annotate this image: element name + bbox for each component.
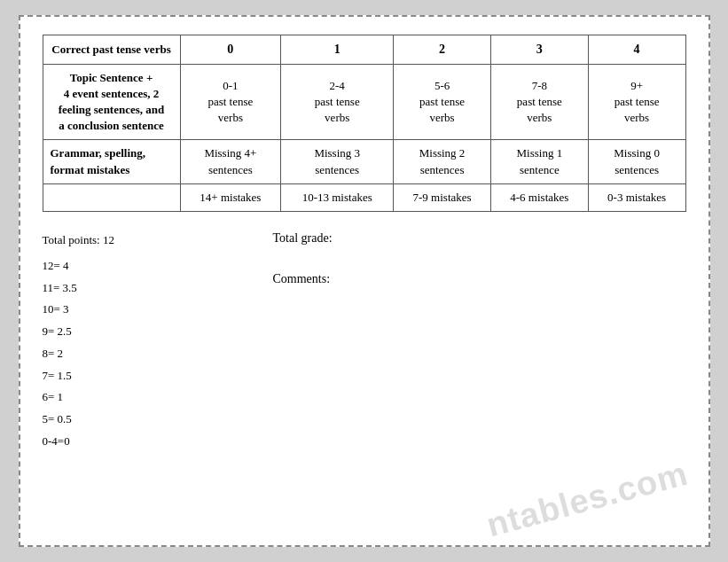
cell-2-1: 10-13 mistakes — [281, 183, 394, 211]
cell-0-0: 0-1 past tense verbs — [180, 64, 281, 140]
col-header-4: 4 — [588, 35, 685, 65]
grade-8: 8= 2 — [43, 345, 202, 363]
total-grade-label: Total grade: — [273, 231, 686, 246]
cell-0-2: 5-6 past tense verbs — [394, 64, 491, 140]
row-header-0: Topic Sentence + 4 event sentences, 2 fe… — [43, 64, 180, 140]
cell-1-4: Missing 0 sentences — [588, 140, 685, 183]
bottom-section: Total points: 12 12= 4 11= 3.5 10= 3 9= … — [43, 231, 686, 451]
col-header-1: 1 — [281, 35, 394, 65]
col-header-2: 2 — [394, 35, 491, 65]
right-column: Total grade: Comments: — [202, 231, 686, 451]
grade-9: 9= 2.5 — [43, 323, 202, 341]
grade-10: 10= 3 — [43, 301, 202, 319]
table-row: Grammar, spelling, format mistakes Missi… — [43, 140, 685, 183]
row-header-1: Grammar, spelling, format mistakes — [43, 140, 180, 183]
cell-1-2: Missing 2 sentences — [394, 140, 491, 183]
cell-0-3: 7-8 past tense verbs — [490, 64, 588, 140]
grade-7: 7= 1.5 — [43, 367, 202, 386]
grade-0-4: 0-4=0 — [43, 433, 202, 451]
empty-header-cell: Correct past tense verbs — [43, 35, 180, 65]
grade-12: 12= 4 — [43, 257, 202, 276]
cell-2-2: 7-9 mistakes — [394, 183, 491, 211]
page: Correct past tense verbs 0 1 2 3 4 Topic… — [19, 15, 710, 547]
cell-2-0: 14+ mistakes — [180, 183, 281, 211]
col-header-0: 0 — [180, 35, 281, 65]
col-header-3: 3 — [490, 35, 588, 65]
row-header-2 — [43, 183, 180, 211]
watermark: ntables.com — [482, 455, 692, 545]
grade-11: 11= 3.5 — [43, 279, 202, 298]
table-row: Topic Sentence + 4 event sentences, 2 fe… — [43, 64, 685, 140]
cell-1-3: Missing 1 sentence — [490, 140, 588, 183]
total-points-label: Total points: 12 — [43, 231, 202, 250]
grade-6: 6= 1 — [43, 388, 202, 407]
cell-0-1: 2-4 past tense verbs — [281, 64, 394, 140]
cell-1-1: Missing 3 sentences — [281, 140, 394, 183]
cell-2-4: 0-3 mistakes — [588, 183, 685, 211]
cell-0-4: 9+ past tense verbs — [588, 64, 685, 140]
comments-label: Comments: — [273, 272, 686, 286]
grade-5: 5= 0.5 — [43, 410, 202, 429]
cell-1-0: Missing 4+ sentences — [180, 140, 281, 183]
cell-2-3: 4-6 mistakes — [490, 183, 588, 211]
rubric-table: Correct past tense verbs 0 1 2 3 4 Topic… — [43, 35, 686, 212]
points-column: Total points: 12 12= 4 11= 3.5 10= 3 9= … — [43, 231, 202, 451]
table-row: 14+ mistakes 10-13 mistakes 7-9 mistakes… — [43, 183, 685, 211]
